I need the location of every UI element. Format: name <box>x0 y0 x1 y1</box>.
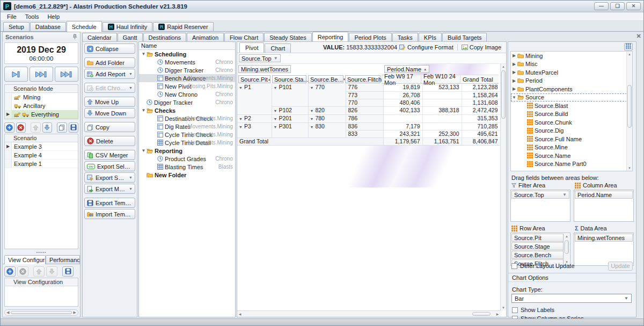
scenario-example-1[interactable]: Example 1 <box>5 160 78 168</box>
expand-arrow-icon[interactable]: ▶ <box>511 62 517 67</box>
tab-destinations[interactable]: Destinations <box>143 33 187 41</box>
panel-close-icon[interactable]: ✕ <box>635 33 642 40</box>
collapse-arrow-icon[interactable]: ▼ <box>511 95 517 100</box>
scroll-thumb[interactable] <box>11 311 72 314</box>
collapse-arrow-icon[interactable]: ▼ <box>273 125 279 129</box>
field-period[interactable]: ▶Period <box>511 77 632 85</box>
row-field-chip-source-sta[interactable]: Source.Sta...▲ <box>272 75 306 83</box>
group-cell-780[interactable]: ▼780 <box>308 114 346 122</box>
collapse-arrow-icon[interactable]: ▼ <box>238 117 244 121</box>
scroll-thumb[interactable] <box>565 240 569 254</box>
tree-item-cycle-time-detail[interactable]: Cycle Time DetailMovements.Mining <box>139 139 235 147</box>
scroll-right-icon[interactable]: ▶ <box>495 311 500 317</box>
row-area-box[interactable]: Source.PitSource.StageSource.BenchSource… <box>510 233 570 266</box>
copy-scenario-button[interactable] <box>57 122 67 133</box>
defer-layout-update-checkbox[interactable] <box>511 263 517 269</box>
tab-schedule[interactable]: Schedule <box>67 21 102 32</box>
scenario-mode-everything[interactable]: ▶Everything <box>5 110 78 119</box>
group-cell-p102[interactable]: ▼P102 <box>272 106 308 114</box>
field-tree-scrollbar[interactable]: ▲ ▼ <box>626 52 632 171</box>
move-view-config-down-button[interactable] <box>46 266 57 277</box>
tree-item-movements[interactable]: MovementsChrono <box>139 58 235 66</box>
field-source-name[interactable]: Source.Name <box>511 151 632 160</box>
collapse-arrow-icon[interactable]: ▼ <box>273 109 279 113</box>
export-manager-button[interactable]: Export Manager▼ <box>84 184 135 194</box>
field-source-chunk[interactable]: Source.Chunk <box>511 118 632 127</box>
column-chip-period-name[interactable]: Period.Name ▲ <box>384 65 429 73</box>
group-cell-770[interactable]: ▼770 <box>308 84 346 106</box>
tree-folder-checks[interactable]: ▼Checks <box>139 106 235 114</box>
step-forward-button[interactable] <box>4 67 28 82</box>
chart-type-select[interactable]: Bar ▼ <box>511 294 632 303</box>
export-special-button[interactable]: Export Special▼ <box>84 172 135 183</box>
field-source[interactable]: ▼Source <box>511 93 632 102</box>
scenarios-horizontal-scrollbar[interactable]: ◀ ▶ <box>4 309 78 316</box>
tree-item-destination-check[interactable]: Destination CheckMovements.Mining <box>139 114 235 122</box>
tab-period-plots[interactable]: Period Plots <box>349 33 391 41</box>
pivot-horizontal-scrollbar[interactable]: ◀ ▶ <box>237 310 500 317</box>
tab-build-targets[interactable]: Build Targets <box>442 33 487 41</box>
tree-item-digger-tracker[interactable]: Digger TrackerChrono <box>139 66 235 74</box>
collapse-arrow-icon[interactable]: ▼ <box>141 52 147 56</box>
data-chip-mining-wettonnes[interactable]: Mining.wetTonnes <box>238 65 291 73</box>
configure-format-button[interactable]: Configure Format <box>397 43 456 52</box>
expand-arrow-icon[interactable]: ▶ <box>511 70 517 75</box>
delete-button[interactable]: Delete <box>84 136 135 146</box>
field-misc[interactable]: ▶Misc <box>511 60 632 69</box>
collapse-arrow-icon[interactable]: ▼ <box>273 117 279 121</box>
group-cell-p3[interactable]: ▼P3 <box>237 122 272 137</box>
add-folder-button[interactable]: Add Folder <box>84 57 135 68</box>
tab-flow-chart[interactable]: Flow Chart <box>224 33 264 41</box>
tab-performance-p[interactable]: Performance P <box>46 255 80 264</box>
expand-arrow-icon[interactable]: ▶ <box>511 53 517 58</box>
group-cell-p301[interactable]: ▼P301 <box>272 122 308 137</box>
scroll-left-icon[interactable]: ◀ <box>237 311 243 317</box>
field-mining[interactable]: ▶Mining <box>511 52 632 60</box>
tree-item-new-chrono[interactable]: New ChronoChrono <box>139 90 235 98</box>
scroll-down-icon[interactable]: ▼ <box>627 165 632 171</box>
tree-item-digger-tracker[interactable]: Digger TrackerChrono <box>139 98 235 106</box>
row-field-chip-source-be[interactable]: Source.Be...▼ <box>308 75 343 83</box>
tree-folder-reporting[interactable]: ▼Reporting <box>139 147 235 155</box>
tab-rapid-reserver[interactable]: RRapid Reserver <box>153 22 213 31</box>
close-button[interactable]: ✕ <box>626 2 641 10</box>
scenario-example-4[interactable]: Example 4 <box>5 151 78 160</box>
expand-arrow-icon[interactable]: ▶ <box>511 78 517 83</box>
tree-folder-scheduling[interactable]: ▼Scheduling <box>139 50 235 58</box>
collapse-arrow-icon[interactable]: ▼ <box>310 117 316 121</box>
filter-area-box[interactable]: Source.Top▼ <box>510 190 570 222</box>
field-source-dig[interactable]: Source.Dig <box>511 127 632 135</box>
scroll-up-icon[interactable]: ▲ <box>564 234 569 239</box>
field-source-build[interactable]: Source.Build <box>511 110 632 119</box>
tree-item-dig-rates[interactable]: Dig RatesMovements.Mining <box>139 122 235 131</box>
group-cell-p1[interactable]: ▼P1 <box>237 84 272 114</box>
pivot-vertical-scrollbar[interactable]: ▲ ▼ <box>500 64 506 310</box>
scroll-thumb[interactable] <box>627 85 632 128</box>
scenario-mode-mining[interactable]: Mining <box>5 93 78 102</box>
tab-reporting[interactable]: Reporting <box>312 32 349 41</box>
collapse-button[interactable]: Collapse <box>84 44 135 54</box>
collapse-arrow-icon[interactable]: ▼ <box>141 108 147 113</box>
area-chip-source-bench[interactable]: Source.Bench <box>511 251 564 259</box>
scroll-down-icon[interactable]: ▼ <box>501 305 506 310</box>
collapse-arrow-icon[interactable]: ▼ <box>141 148 147 153</box>
scroll-left-icon[interactable]: ◀ <box>6 310 9 315</box>
csv-merger-button[interactable]: CSV Merger <box>84 150 135 160</box>
menu-file[interactable]: File <box>3 13 21 20</box>
tab-steady-states[interactable]: Steady States <box>264 33 312 41</box>
group-cell-830[interactable]: ▼830 <box>308 122 346 137</box>
scroll-thumb[interactable] <box>501 70 506 119</box>
move-scenario-down-button[interactable] <box>42 122 53 133</box>
save-scenario-button[interactable] <box>69 122 79 133</box>
copy-image-button[interactable]: Copy Image <box>459 43 504 52</box>
panel-splitter[interactable]: ••••• <box>3 250 80 255</box>
scroll-thumb[interactable] <box>472 312 491 316</box>
field-source-blast[interactable]: Source.Blast <box>511 102 632 110</box>
tab-setup[interactable]: Setup <box>3 22 30 31</box>
copy-button[interactable]: Copy <box>84 122 135 132</box>
move-scenario-up-button[interactable] <box>31 122 41 133</box>
area-chip-source-stage[interactable]: Source.Stage <box>511 242 564 250</box>
add-scenario-button[interactable] <box>4 122 14 133</box>
tab-haul-infinity[interactable]: HHaul Infinity <box>103 22 152 31</box>
move-down-button[interactable]: Move Down <box>84 108 135 118</box>
